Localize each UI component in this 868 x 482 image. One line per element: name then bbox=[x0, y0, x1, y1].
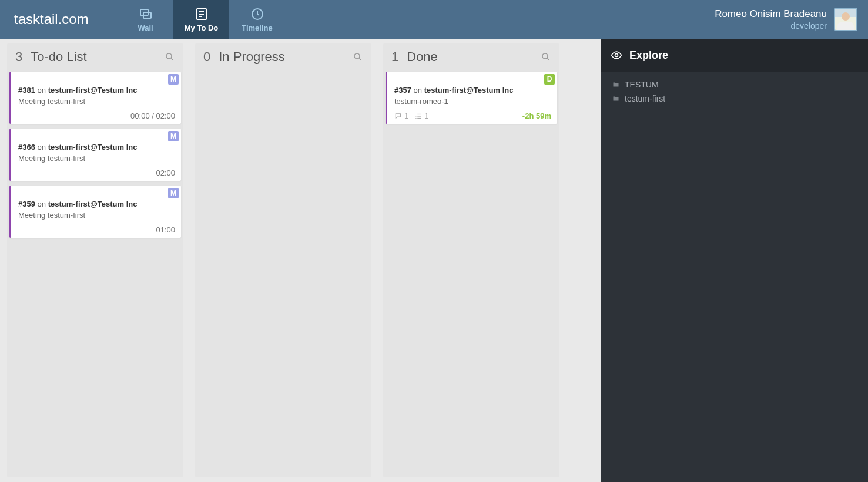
card-project: testum-first@Testum Inc bbox=[48, 200, 138, 208]
column-todo: 3 To-do List M #381 on testum-f bbox=[7, 43, 183, 477]
card-ref: #359 on testum-first@Testum Inc bbox=[18, 200, 175, 208]
checklist-count: 1 bbox=[424, 112, 428, 120]
card-project: testum-first@Testum Inc bbox=[424, 86, 514, 95]
card-desc: testum-romeo-1 bbox=[394, 97, 551, 106]
svg-line-8 bbox=[171, 58, 173, 60]
eye-icon bbox=[611, 49, 622, 61]
brand-logo[interactable]: tasktail.com bbox=[0, 0, 118, 39]
column-title: In Progress bbox=[219, 49, 353, 65]
user-role: developer bbox=[715, 21, 827, 31]
timeline-icon bbox=[250, 7, 264, 21]
card-ref: #366 on testum-first@Testum Inc bbox=[18, 143, 175, 151]
column-title: To-do List bbox=[31, 49, 165, 65]
comments-stat: 1 bbox=[394, 112, 408, 120]
card-time: 02:00 bbox=[156, 168, 175, 177]
card-desc: Meeting testum-first bbox=[18, 154, 175, 163]
column-count: 1 bbox=[391, 49, 398, 65]
nav-wall-label: Wall bbox=[138, 23, 153, 32]
card-body: #357 on testum-first@Testum Inc testum-r… bbox=[387, 85, 557, 108]
card-footer: 1 1 -2h 59m bbox=[387, 108, 557, 120]
nav-mytodo[interactable]: My To Do bbox=[173, 0, 229, 39]
card-desc: Meeting testum-first bbox=[18, 211, 175, 220]
svg-point-7 bbox=[166, 53, 172, 59]
card-id: #381 bbox=[18, 86, 35, 95]
column-header-inprogress: 0 In Progress bbox=[195, 43, 371, 72]
svg-point-9 bbox=[354, 53, 360, 59]
user-text: Romeo Onisim Bradeanu developer bbox=[715, 8, 827, 31]
column-header-done: 1 Done bbox=[383, 43, 559, 72]
explore-tree: TESTUM testum-first bbox=[601, 72, 868, 112]
badge-meeting-icon: M bbox=[168, 131, 179, 141]
tree-item-label: testum-first bbox=[625, 94, 665, 103]
search-icon[interactable] bbox=[541, 52, 551, 62]
card-id: #366 bbox=[18, 143, 35, 151]
card-on: on bbox=[38, 200, 46, 208]
card-time: 00:00 / 02:00 bbox=[130, 112, 175, 120]
task-card[interactable]: D #357 on testum-first@Testum Inc testum… bbox=[386, 72, 557, 124]
badge-meeting-icon: M bbox=[168, 188, 179, 198]
main: 3 To-do List M #381 on testum-f bbox=[0, 39, 868, 482]
card-id: #359 bbox=[18, 200, 35, 208]
user-area[interactable]: Romeo Onisim Bradeanu developer bbox=[708, 0, 868, 39]
avatar[interactable] bbox=[834, 8, 857, 31]
user-name: Romeo Onisim Bradeanu bbox=[715, 8, 827, 20]
card-on: on bbox=[38, 86, 46, 95]
nav-mytodo-label: My To Do bbox=[185, 23, 219, 32]
comments-count: 1 bbox=[404, 112, 408, 120]
svg-point-19 bbox=[615, 54, 618, 57]
card-top: M bbox=[11, 72, 181, 85]
column-done: 1 Done D #357 on testum-first@Testum Inc bbox=[383, 43, 559, 477]
svg-line-12 bbox=[547, 58, 549, 60]
card-time: 01:00 bbox=[156, 225, 175, 234]
top-bar: tasktail.com Wall My To Do Timeline Rome… bbox=[0, 0, 868, 39]
badge-meeting-icon: M bbox=[168, 74, 179, 85]
list-icon bbox=[195, 7, 209, 21]
card-project: testum-first@Testum Inc bbox=[48, 86, 138, 95]
card-footer-left: 1 1 bbox=[394, 112, 428, 120]
column-inprogress: 0 In Progress bbox=[195, 43, 371, 477]
comment-icon bbox=[394, 112, 403, 120]
card-id: #357 bbox=[394, 86, 411, 95]
card-body: #359 on testum-first@Testum Inc Meeting … bbox=[11, 198, 181, 222]
cards-todo: M #381 on testum-first@Testum Inc Meetin… bbox=[7, 72, 183, 238]
task-card[interactable]: M #359 on testum-first@Testum Inc Meetin… bbox=[9, 186, 181, 238]
card-footer: 02:00 bbox=[11, 165, 181, 177]
folder-icon bbox=[612, 81, 620, 88]
card-footer: 00:00 / 02:00 bbox=[11, 108, 181, 120]
wall-icon bbox=[139, 7, 153, 21]
folder-icon bbox=[612, 95, 620, 102]
column-header-todo: 3 To-do List bbox=[7, 43, 183, 72]
nav-wall[interactable]: Wall bbox=[118, 0, 173, 39]
tree-item-label: TESTUM bbox=[625, 80, 659, 89]
search-icon[interactable] bbox=[353, 52, 363, 62]
column-count: 3 bbox=[15, 49, 22, 65]
card-top: D bbox=[387, 72, 557, 85]
checklist-stat: 1 bbox=[414, 112, 428, 120]
card-footer: 01:00 bbox=[11, 222, 181, 234]
card-body: #381 on testum-first@Testum Inc Meeting … bbox=[11, 85, 181, 108]
board: 3 To-do List M #381 on testum-f bbox=[0, 39, 601, 482]
card-time: -2h 59m bbox=[522, 112, 551, 120]
column-count: 0 bbox=[203, 49, 210, 65]
card-ref: #357 on testum-first@Testum Inc bbox=[394, 86, 551, 95]
tree-item[interactable]: TESTUM bbox=[605, 77, 864, 92]
card-top: M bbox=[11, 129, 181, 141]
card-on: on bbox=[38, 143, 46, 151]
badge-done-icon: D bbox=[544, 74, 555, 85]
task-card[interactable]: M #366 on testum-first@Testum Inc Meetin… bbox=[9, 129, 181, 181]
column-title: Done bbox=[407, 49, 541, 65]
card-body: #366 on testum-first@Testum Inc Meeting … bbox=[11, 141, 181, 165]
nav-timeline-label: Timeline bbox=[242, 23, 273, 32]
tree-item[interactable]: testum-first bbox=[605, 92, 864, 106]
card-desc: Meeting testum-first bbox=[18, 97, 175, 106]
top-nav: Wall My To Do Timeline bbox=[118, 0, 285, 39]
task-card[interactable]: M #381 on testum-first@Testum Inc Meetin… bbox=[9, 72, 181, 124]
cards-done: D #357 on testum-first@Testum Inc testum… bbox=[383, 72, 559, 124]
card-top: M bbox=[11, 186, 181, 198]
sidebar-title: Explore bbox=[629, 49, 668, 62]
card-project: testum-first@Testum Inc bbox=[48, 143, 138, 151]
search-icon[interactable] bbox=[165, 52, 175, 62]
sidebar-header: Explore bbox=[601, 39, 868, 72]
right-sidebar: Explore TESTUM testum-first bbox=[601, 39, 868, 482]
nav-timeline[interactable]: Timeline bbox=[229, 0, 285, 39]
